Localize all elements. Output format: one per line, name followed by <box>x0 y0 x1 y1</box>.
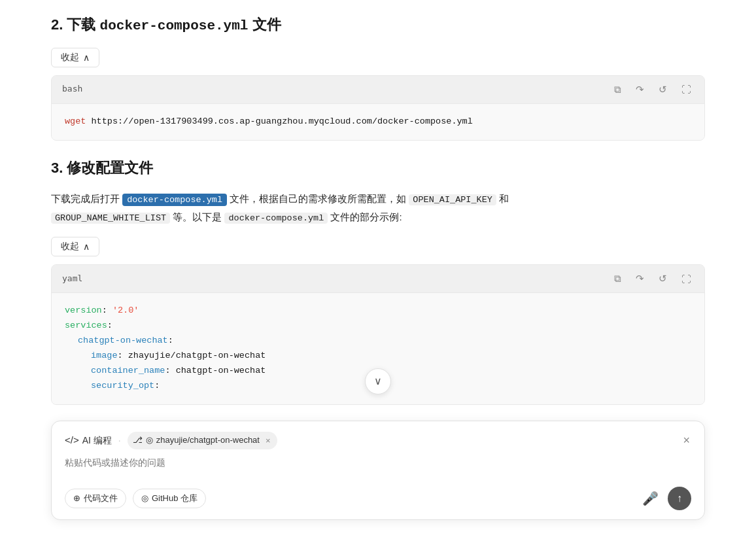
close-icon: × <box>683 434 690 447</box>
branch-icon: ⎇ <box>133 434 143 447</box>
ai-separator: · <box>118 433 121 447</box>
ai-chat-header: </> AI 编程 · ⎇ ◎ zhayujie/chatgpt-on-wech… <box>65 432 691 449</box>
section-2: 2. 下载 docker-compose.yml 文件 收起 ∧ bash ⧉ … <box>51 13 705 141</box>
yaml-code-block-wrapper: yaml ⧉ ↷ ↺ ⛶ version: '2.0' services: ch… <box>51 264 705 405</box>
github-repo-button[interactable]: ◎ GitHub 仓库 <box>133 489 206 508</box>
bash-code-actions: ⧉ ↷ ↺ ⛶ <box>611 82 694 97</box>
repo-name-label: zhayujie/chatgpt-on-wechat <box>156 434 260 447</box>
reset-button[interactable]: ↺ <box>656 82 670 97</box>
ai-chat-close-button[interactable]: × <box>681 432 691 449</box>
yaml-code-header: yaml ⧉ ↷ ↺ ⛶ <box>52 265 704 293</box>
section-3-title: 3. 修改配置文件 <box>51 156 705 179</box>
send-button[interactable]: ↑ <box>668 487 691 510</box>
github-icon-small: ◎ <box>146 434 153 447</box>
section2-collapse-button[interactable]: 收起 ∧ <box>51 48 99 67</box>
section-2-title: 2. 下载 docker-compose.yml 文件 <box>51 13 705 37</box>
code-icon: </> <box>65 432 79 448</box>
paperclip-icon: ⊕ <box>73 493 80 503</box>
ai-chat-input[interactable] <box>65 457 691 473</box>
ai-footer-right: 🎤 ↑ <box>640 487 691 510</box>
bash-code-block: bash ⧉ ↷ ↺ ⛶ wget https://open-131790349… <box>51 75 705 141</box>
ai-footer-left: ⊕ 代码文件 ◎ GitHub 仓库 <box>65 489 206 508</box>
microphone-button[interactable]: 🎤 <box>640 488 661 509</box>
bash-code-body: wget https://open-1317903499.cos.ap-guan… <box>52 104 704 140</box>
ai-chat-header-left: </> AI 编程 · ⎇ ◎ zhayujie/chatgpt-on-wech… <box>65 432 277 449</box>
chevron-up-icon: ∧ <box>83 52 90 63</box>
yaml-copy-button[interactable]: ⧉ <box>611 271 624 286</box>
yaml-code-actions: ⧉ ↷ ↺ ⛶ <box>611 271 694 286</box>
ai-chat-footer: ⊕ 代码文件 ◎ GitHub 仓库 🎤 ↑ <box>65 487 691 510</box>
bash-lang-label: bash <box>62 82 82 96</box>
bash-code-header: bash ⧉ ↷ ↺ ⛶ <box>52 76 704 104</box>
repo-tag: ⎇ ◎ zhayujie/chatgpt-on-wechat × <box>128 432 277 449</box>
section-3: 3. 修改配置文件 下载完成后打开 docker-compose.yml 文件，… <box>51 156 705 405</box>
chevron-down-icon: ∨ <box>374 375 382 387</box>
ai-chat-bar: </> AI 编程 · ⎇ ◎ zhayujie/chatgpt-on-wech… <box>51 421 705 520</box>
send-icon: ↑ <box>677 493 682 504</box>
yaml-redo-button[interactable]: ↷ <box>633 271 647 286</box>
bash-keyword: wget <box>65 116 86 126</box>
fullscreen-button[interactable]: ⛶ <box>679 82 694 96</box>
github-icon: ◎ <box>141 493 148 503</box>
code-file-button[interactable]: ⊕ 代码文件 <box>65 489 126 508</box>
ai-label: </> AI 编程 <box>65 432 112 448</box>
yaml-lang-label: yaml <box>62 272 82 286</box>
yaml-fullscreen-button[interactable]: ⛶ <box>679 272 694 286</box>
section-3-desc: 下载完成后打开 docker-compose.yml 文件，根据自己的需求修改所… <box>51 190 705 227</box>
bash-url: https://open-1317903499.cos.ap-guangzhou… <box>86 116 472 126</box>
repo-tag-close-button[interactable]: × <box>263 436 271 445</box>
section3-collapse-button[interactable]: 收起 ∧ <box>51 237 99 256</box>
redo-button[interactable]: ↷ <box>633 82 647 97</box>
mic-icon: 🎤 <box>642 491 659 506</box>
copy-button[interactable]: ⧉ <box>611 82 624 97</box>
highlighted-filename: docker-compose.yml <box>122 194 227 206</box>
chevron-up-icon-2: ∧ <box>83 241 90 252</box>
scroll-down-button[interactable]: ∨ <box>365 368 391 394</box>
yaml-reset-button[interactable]: ↺ <box>656 271 670 286</box>
